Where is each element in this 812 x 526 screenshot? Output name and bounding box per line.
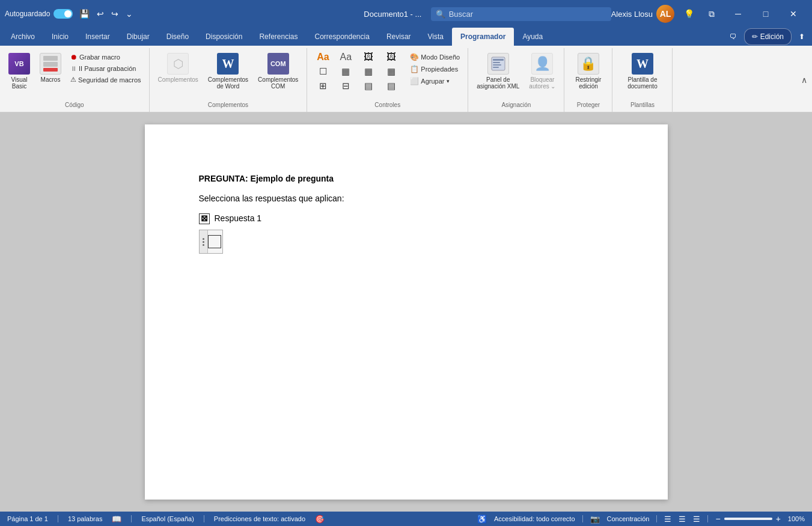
complementos-com-button[interactable]: COM ComplementosCOM	[254, 50, 302, 92]
tab-vista[interactable]: Vista	[420, 28, 452, 46]
tab-disposicion[interactable]: Disposición	[197, 28, 251, 46]
svg-rect-4	[493, 67, 499, 68]
toolbar-icons: 💾 ↩ ↪ ⌄	[76, 7, 136, 20]
page-info: Página 1 de 1	[7, 515, 48, 522]
visual-basic-button[interactable]: VB VisualBasic	[5, 50, 34, 92]
xml-icon	[487, 53, 509, 75]
minimize-button[interactable]: ─	[724, 0, 752, 28]
svg-rect-1	[493, 59, 504, 61]
tab-referencias[interactable]: Referencias	[251, 28, 306, 46]
pause-recording-button[interactable]: ⏸ II Pausar grabación	[67, 64, 144, 73]
asignacion-label: Asignación	[473, 100, 559, 109]
pause-recording-label: II Pausar grabación	[79, 65, 136, 72]
comments-button[interactable]: 🗨	[722, 29, 744, 44]
image-control1-button[interactable]: 🖼	[358, 50, 379, 64]
answer1-checkbox[interactable]: ⊠	[199, 213, 210, 224]
visual-basic-label: VisualBasic	[11, 76, 27, 90]
layout-icon1: ☰	[664, 515, 671, 524]
image-control2-button[interactable]: 🖼	[380, 50, 402, 64]
tab-programador[interactable]: Programador	[452, 28, 514, 46]
doc-title: Documento1 - ...	[364, 10, 421, 19]
list-control1-button[interactable]: ▤	[358, 79, 379, 93]
agrupar-dropdown-icon: ▾	[447, 78, 450, 84]
share-button[interactable]: ⬆	[792, 29, 812, 44]
redo-button[interactable]: ↪	[108, 7, 121, 20]
text-control-aa2-button[interactable]: Aa	[335, 50, 356, 64]
ribbon-group-proteger: 🔒 Restringiredición Proteger	[564, 48, 612, 112]
word-page: PREGUNTA: Ejemplo de pregunta Selecciona…	[145, 124, 668, 500]
restore-button[interactable]: ⧉	[704, 7, 719, 22]
search-input[interactable]	[431, 7, 611, 21]
zoom-control: − +	[715, 514, 780, 524]
quick-access-dropdown[interactable]: ⌄	[123, 7, 136, 20]
complementos-word-button[interactable]: W Complementosde Word	[204, 50, 252, 92]
asignacion-content: Panel deasignación XML 👤 Bloquearautores…	[473, 50, 559, 100]
modo-diseno-label: Modo Diseño	[421, 54, 460, 61]
combo-control-button[interactable]: ▦	[335, 65, 356, 78]
user-name: Alexis Llosu	[611, 10, 653, 19]
tab-revisar[interactable]: Revisar	[378, 28, 420, 46]
accessibility-label: Accesibilidad: todo correcto	[494, 515, 575, 522]
plantilla-documento-label: Plantilla dedocumento	[627, 76, 657, 90]
record-macro-button[interactable]: ⏺ Grabar macro	[67, 52, 144, 63]
lightbulb-button[interactable]: 💡	[679, 7, 699, 21]
text-control-aa-button[interactable]: Aa	[312, 50, 334, 64]
user-avatar: AL	[656, 5, 674, 23]
bloquear-autores-button[interactable]: 👤 Bloquearautores ⌄	[525, 50, 559, 92]
complementos-button[interactable]: ⬡ Complementos	[154, 50, 202, 85]
grid-control2-button[interactable]: ⊟	[335, 79, 356, 93]
tab-ayuda[interactable]: Ayuda	[514, 28, 551, 46]
agrupar-button[interactable]: ⬜ Agrupar ▾	[407, 76, 463, 87]
modo-diseno-button[interactable]: 🎨 Modo Diseño	[407, 52, 463, 63]
close-button[interactable]: ✕	[780, 0, 807, 28]
propiedades-button[interactable]: 📋 Propiedades	[407, 64, 463, 75]
checkbox-control-button[interactable]: ☐	[312, 65, 334, 78]
restringir-edicion-button[interactable]: 🔒 Restringiredición	[572, 50, 605, 92]
tab-inicio[interactable]: Inicio	[43, 28, 77, 46]
list-control2-button[interactable]: ▤	[380, 79, 402, 93]
ribbon-content: VB VisualBasic Macros ⏺ Grabar macro	[0, 46, 812, 112]
title-bar-center: Documento1 - ... 🔍	[364, 7, 611, 21]
tab-correspondencia[interactable]: Correspondencia	[306, 28, 377, 46]
tab-insertar[interactable]: Insertar	[77, 28, 118, 46]
answer2-widget[interactable]	[199, 230, 223, 254]
title-bar-right: Alexis Llosu AL 💡 ⧉ ─ □ ✕	[611, 0, 807, 28]
tab-archivo[interactable]: Archivo	[2, 28, 43, 46]
layout-icon2: ☰	[679, 515, 686, 524]
macros-icon	[40, 53, 61, 75]
complementos-icon: ⬡	[167, 53, 189, 75]
save-button[interactable]: 💾	[76, 7, 93, 20]
autosave-toggle[interactable]	[53, 9, 73, 19]
panel-asignacion-button[interactable]: Panel deasignación XML	[473, 50, 523, 92]
com-icon: COM	[267, 53, 289, 75]
ribbon-group-asignacion: Panel deasignación XML 👤 Bloquearautores…	[468, 48, 564, 112]
controles-right: 🎨 Modo Diseño 📋 Propiedades ⬜ Agrupar ▾	[407, 50, 463, 87]
tab-dibujar[interactable]: Dibujar	[118, 28, 158, 46]
zoom-slider[interactable]	[724, 518, 772, 520]
codigo-content: VB VisualBasic Macros ⏺ Grabar macro	[5, 50, 144, 100]
text-predictions: Predicciones de texto: activado	[214, 515, 305, 522]
answer2-widget-row	[199, 230, 614, 254]
macro-security-button[interactable]: ⚠ Seguridad de macros	[67, 75, 144, 85]
word-icon: W	[217, 53, 239, 75]
tab-diseno[interactable]: Diseño	[158, 28, 197, 46]
ribbon-collapse-button[interactable]: ∧	[796, 75, 812, 85]
plantilla-documento-button[interactable]: W Plantilla dedocumento	[624, 50, 661, 92]
book-icon: 📖	[112, 515, 121, 524]
complementos-label: Complementos	[158, 76, 198, 83]
plantillas-label: Plantillas	[617, 100, 667, 109]
zoom-out-button[interactable]: −	[715, 514, 720, 524]
undo-button[interactable]: ↩	[94, 7, 107, 20]
instruction-para: Selecciona las respuestas que aplican:	[199, 192, 614, 205]
zoom-in-button[interactable]: +	[776, 514, 781, 524]
table-control1-button[interactable]: ▦	[358, 65, 379, 78]
divider6	[707, 515, 708, 522]
page-area[interactable]: PREGUNTA: Ejemplo de pregunta Selecciona…	[0, 112, 812, 512]
divider2	[131, 515, 132, 522]
edition-button[interactable]: ✏ Edición	[744, 28, 792, 45]
language: Español (España)	[141, 515, 194, 522]
maximize-button[interactable]: □	[752, 0, 780, 28]
macros-button[interactable]: Macros	[36, 50, 65, 85]
grid-control1-button[interactable]: ⊞	[312, 79, 334, 93]
table-control2-button[interactable]: ▦	[380, 65, 402, 78]
